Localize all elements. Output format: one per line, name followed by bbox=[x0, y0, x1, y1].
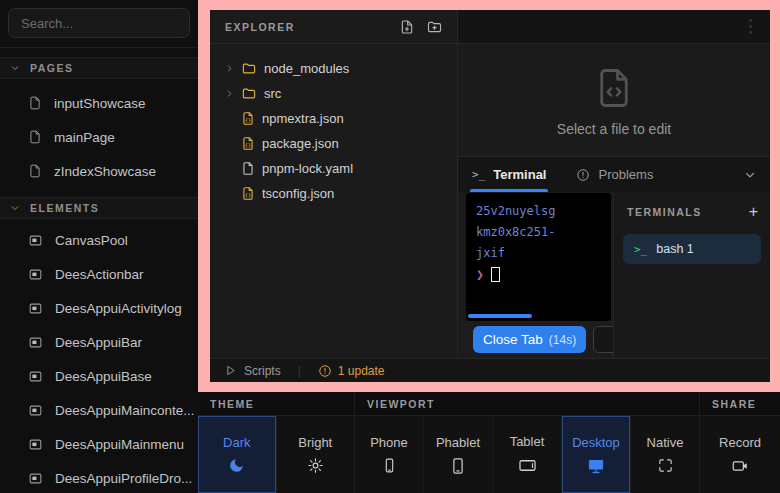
element-icon bbox=[28, 437, 43, 452]
new-folder-button[interactable] bbox=[426, 19, 443, 35]
moon-icon bbox=[228, 457, 245, 474]
editor-column: Select a file to edit >_ Terminal Proble… bbox=[458, 10, 770, 358]
sidebar-item-label: DeesAppuiActivitylog bbox=[55, 301, 182, 316]
sidebar-item-mainpage[interactable]: mainPage bbox=[0, 120, 198, 154]
statusbar-separator: | bbox=[298, 364, 301, 378]
share-section: SHARE Record bbox=[700, 392, 780, 493]
tree-item-npmextra-json[interactable]: {} npmextra.json bbox=[210, 106, 457, 131]
terminal-output-line: jxif bbox=[476, 243, 611, 264]
theme-button-dark[interactable]: Dark bbox=[198, 416, 277, 493]
svg-text:{}: {} bbox=[245, 142, 251, 148]
button-label: Phone bbox=[370, 435, 408, 450]
sidebar-item-deesappuibase[interactable]: DeesAppuiBase bbox=[0, 359, 198, 393]
sidebar-item-label: DeesAppuiBase bbox=[55, 369, 152, 384]
desktop-icon bbox=[587, 457, 605, 475]
sidebar-item-deesappuimainmenu[interactable]: DeesAppuiMainmenu bbox=[0, 427, 198, 461]
svg-text:{}: {} bbox=[245, 117, 251, 123]
tree-item-src[interactable]: src bbox=[210, 81, 457, 106]
new-folder-icon bbox=[426, 19, 443, 35]
problems-icon bbox=[576, 168, 590, 182]
viewport-button-desktop[interactable]: Desktop bbox=[562, 416, 631, 493]
button-label: Dark bbox=[223, 435, 250, 450]
terminal-output-section: 25v2nuyelsg kmz0x8c251- jxif ❯ bbox=[458, 192, 613, 358]
viewport-section-label: VIEWPORT bbox=[367, 398, 435, 410]
sidebar-item-deesappuiprofiledropdown[interactable]: DeesAppuiProfileDro... bbox=[0, 461, 198, 493]
close-tab-label: Close Tab bbox=[483, 332, 543, 347]
button-label: Phablet bbox=[436, 435, 480, 450]
explorer-panel: EXPLORER bbox=[210, 10, 458, 358]
terminal-scrollbar[interactable] bbox=[468, 314, 532, 318]
terminal-session-bash1[interactable]: >_ bash 1 bbox=[623, 234, 761, 264]
chevron-down-icon bbox=[10, 203, 20, 213]
native-icon bbox=[657, 457, 674, 474]
theme-button-bright[interactable]: Bright bbox=[277, 416, 355, 493]
terminal-prompt-icon: >_ bbox=[634, 243, 647, 256]
viewport-section: VIEWPORT Phone Phablet Tablet Desktop bbox=[355, 392, 700, 493]
theme-section: THEME Dark Bright bbox=[198, 392, 355, 493]
bottom-toolbar: THEME Dark Bright VIEWPORT Phone bbox=[198, 392, 780, 493]
sidebar-item-zindexshowcase[interactable]: zIndexShowcase bbox=[0, 154, 198, 188]
sidebar-item-deesactionbar[interactable]: DeesActionbar bbox=[0, 257, 198, 291]
svg-text:{}: {} bbox=[245, 192, 251, 198]
new-file-icon bbox=[399, 19, 415, 35]
tree-item-label: src bbox=[264, 86, 281, 101]
tree-item-label: pnpm-lock.yaml bbox=[262, 161, 353, 176]
share-button-record[interactable]: Record bbox=[700, 416, 780, 493]
sidebar-item-deesappuimaincontent[interactable]: DeesAppuiMainconte... bbox=[0, 393, 198, 427]
terminal-prompt-icon: >_ bbox=[472, 168, 485, 181]
warning-icon bbox=[318, 364, 332, 378]
tree-item-pnpm-lock-yaml[interactable]: pnpm-lock.yaml bbox=[210, 156, 457, 181]
tree-item-label: tsconfig.json bbox=[262, 186, 334, 201]
empty-editor-message: Select a file to edit bbox=[557, 121, 671, 137]
phablet-icon bbox=[449, 457, 467, 475]
sidebar-item-label: DeesAppuiMainconte... bbox=[55, 403, 195, 418]
terminal-tab-bar: >_ Terminal Problems bbox=[458, 156, 770, 192]
folder-icon bbox=[241, 61, 257, 76]
viewport-frame: EXPLORER bbox=[198, 0, 780, 392]
terminal-screen[interactable]: 25v2nuyelsg kmz0x8c251- jxif ❯ bbox=[466, 193, 611, 321]
update-indicator[interactable]: 1 update bbox=[318, 364, 385, 378]
kebab-menu-button[interactable] bbox=[749, 19, 752, 34]
phone-icon bbox=[381, 457, 398, 474]
tree-item-tsconfig-json[interactable]: {} tsconfig.json bbox=[210, 181, 457, 206]
viewport-button-native[interactable]: Native bbox=[631, 416, 699, 493]
viewport-button-tablet[interactable]: Tablet bbox=[493, 416, 562, 493]
chevron-down-icon[interactable] bbox=[744, 169, 756, 181]
close-tab-button[interactable]: Close Tab (14s) bbox=[473, 326, 586, 353]
tree-item-node-modules[interactable]: node_modules bbox=[210, 56, 457, 81]
button-label: Native bbox=[647, 435, 684, 450]
new-file-button[interactable] bbox=[399, 19, 415, 35]
viewport-button-phone[interactable]: Phone bbox=[355, 416, 424, 493]
scripts-button[interactable]: Scripts bbox=[244, 364, 281, 378]
viewport-button-phablet[interactable]: Phablet bbox=[424, 416, 493, 493]
sidebar-item-label: mainPage bbox=[54, 130, 115, 145]
sidebar-item-label: CanvasPool bbox=[55, 233, 128, 248]
button-label: Bright bbox=[298, 435, 332, 450]
sidebar-item-inputshowcase[interactable]: inputShowcase bbox=[0, 86, 198, 120]
sidebar-section-elements[interactable]: ELEMENTS bbox=[0, 197, 198, 219]
element-icon bbox=[28, 369, 43, 384]
sidebar-item-deesappuibar[interactable]: DeesAppuiBar bbox=[0, 325, 198, 359]
folder-icon bbox=[241, 86, 257, 101]
sidebar-item-label: DeesActionbar bbox=[55, 267, 144, 282]
shell-prompt: ❯ bbox=[476, 264, 484, 285]
share-section-label: SHARE bbox=[712, 398, 756, 410]
terminal-cursor bbox=[491, 267, 500, 282]
sidebar-item-canvaspool[interactable]: CanvasPool bbox=[0, 223, 198, 257]
play-icon bbox=[224, 364, 237, 377]
tab-terminal[interactable]: >_ Terminal bbox=[470, 157, 548, 192]
tab-problems[interactable]: Problems bbox=[574, 157, 655, 192]
search-input[interactable] bbox=[8, 8, 190, 38]
sidebar-item-deesappuiactivitylog[interactable]: DeesAppuiActivitylog bbox=[0, 291, 198, 325]
file-icon bbox=[241, 161, 255, 176]
theme-section-label: THEME bbox=[210, 398, 254, 410]
record-icon bbox=[731, 457, 749, 475]
tree-item-package-json[interactable]: {} package.json bbox=[210, 131, 457, 156]
add-terminal-button[interactable]: + bbox=[749, 206, 758, 218]
element-icon bbox=[28, 233, 43, 248]
sidebar-section-pages[interactable]: PAGES bbox=[0, 57, 198, 79]
clipped-action-button[interactable] bbox=[593, 326, 613, 353]
sidebar-item-label: DeesAppuiMainmenu bbox=[55, 437, 184, 452]
section-label: PAGES bbox=[30, 62, 73, 74]
update-label: 1 update bbox=[338, 364, 385, 378]
